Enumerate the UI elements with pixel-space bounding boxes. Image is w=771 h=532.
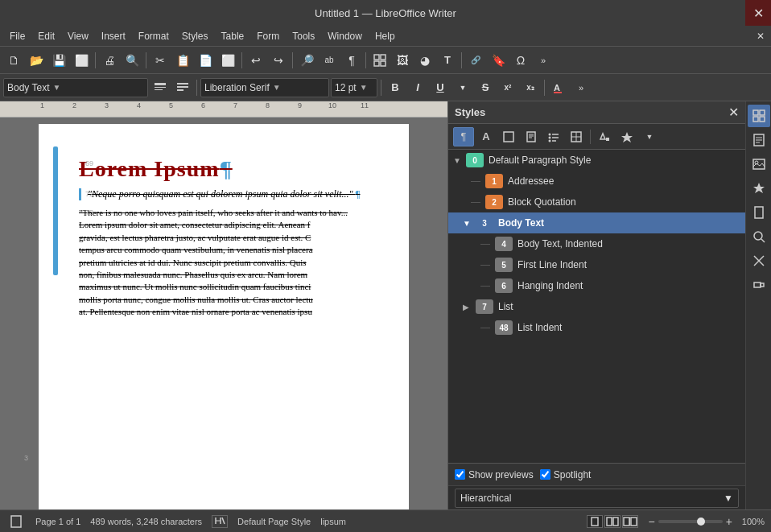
open-button[interactable]: 📂 — [26, 50, 47, 71]
style-item-bodytextindented[interactable]: 4 Body Text, Indented — [448, 233, 745, 254]
paste-special-button[interactable]: ⬜ — [217, 50, 238, 71]
fontwork-button[interactable]: T — [437, 50, 458, 71]
style-item-default[interactable]: ▼ 0 Default Paragraph Style — [448, 150, 745, 171]
menu-tools[interactable]: Tools — [286, 29, 321, 43]
paste-button[interactable]: 📄 — [195, 50, 216, 71]
window-close-button[interactable]: ✕ — [745, 0, 771, 26]
save-as-button[interactable]: ⬜ — [71, 50, 92, 71]
italic-button[interactable]: I — [407, 77, 428, 98]
page-thumbnail-button[interactable] — [6, 515, 26, 528]
style-item-blockquotation[interactable]: 2 Block Quotation — [448, 192, 745, 212]
show-previews-checkbox[interactable]: Show previews — [455, 469, 534, 480]
pilcrow-heading: ¶ — [220, 156, 233, 181]
body-paragraph[interactable]: "There is no one who loves pain itself, … — [79, 207, 369, 319]
style-item-firstlineindent[interactable]: 5 First Line Indent — [448, 254, 745, 275]
frame-styles-button[interactable] — [498, 127, 519, 146]
font-color-button[interactable]: A — [548, 77, 569, 98]
print-button[interactable]: 🖨 — [99, 50, 120, 71]
more-styles-button[interactable]: ▼ — [639, 127, 660, 146]
view-book-button[interactable] — [622, 515, 638, 528]
redo-button[interactable]: ↪ — [268, 50, 289, 71]
view-single-button[interactable] — [587, 515, 603, 528]
sidebar-styles-button[interactable] — [748, 129, 770, 151]
menu-table[interactable]: Table — [215, 29, 251, 43]
list-styles-button[interactable] — [543, 127, 564, 146]
insert-table-button[interactable] — [369, 50, 390, 71]
sidebar-extensions-button[interactable] — [748, 274, 770, 296]
view-multipage-button[interactable] — [604, 515, 621, 528]
sep-tb2-3 — [544, 80, 545, 96]
copy-button[interactable]: 📋 — [172, 50, 193, 71]
style-item-list[interactable]: ▶ 7 List — [448, 296, 745, 317]
sidebar-search-button[interactable] — [748, 225, 770, 248]
table-styles-button[interactable] — [566, 127, 587, 146]
subscript-button[interactable]: x₂ — [520, 77, 541, 98]
styles-list[interactable]: ▼ 0 Default Paragraph Style 1 Addressee … — [448, 150, 745, 463]
formatting-marks-button[interactable]: ¶ — [341, 50, 362, 71]
more-toolbar2[interactable]: » — [571, 77, 592, 98]
print-preview-button[interactable]: 🔍 — [122, 50, 142, 71]
styles-view-dropdown[interactable]: Hierarchical ▼ — [455, 489, 739, 508]
bookmark-button[interactable]: 🔖 — [488, 50, 509, 71]
zoom-plus-button[interactable]: + — [726, 515, 732, 528]
menubar-close-button[interactable]: ✕ — [750, 26, 771, 47]
more-toolbar1[interactable]: » — [533, 50, 554, 71]
underline-arrow[interactable]: ▼ — [452, 77, 473, 98]
font-size-dropdown[interactable]: 12 pt ▼ — [331, 78, 377, 97]
styles-panel-close-button[interactable]: ✕ — [728, 105, 739, 120]
sidebar-page-button[interactable] — [748, 201, 770, 224]
zoom-slider-thumb[interactable] — [697, 518, 705, 526]
page-styles-button[interactable] — [521, 127, 542, 146]
spotlight-checkbox[interactable]: Spotlight — [540, 469, 592, 480]
style-item-listindent[interactable]: 48 List Indent — [448, 317, 745, 338]
zoom-slider-track[interactable] — [658, 520, 723, 523]
menu-view[interactable]: View — [61, 29, 95, 43]
menu-styles[interactable]: Styles — [175, 29, 215, 43]
undo-button[interactable]: ↩ — [245, 50, 266, 71]
special-char-button[interactable]: Ω — [510, 50, 531, 71]
underline-button[interactable]: U — [430, 77, 451, 98]
paragraph-styles-button[interactable]: ¶ — [453, 127, 474, 146]
font-name-dropdown[interactable]: Liberation Serif ▼ — [200, 78, 329, 97]
find-replace-button[interactable]: ab — [319, 50, 340, 71]
superscript-button[interactable]: x² — [497, 77, 518, 98]
menu-insert[interactable]: Insert — [95, 29, 132, 43]
style-item-addressee[interactable]: 1 Addressee — [448, 171, 745, 192]
save-button[interactable]: 💾 — [48, 50, 69, 71]
blockquote-paragraph[interactable]: "Neque porro quisquam est qui dolorem ip… — [79, 188, 369, 200]
new-button[interactable]: 🗋 — [3, 50, 24, 71]
menu-help[interactable]: Help — [369, 29, 402, 43]
style-item-hangingindent[interactable]: 6 Hanging Indent — [448, 275, 745, 296]
language-indicator[interactable] — [212, 515, 228, 528]
show-previews-input[interactable] — [455, 469, 465, 480]
menu-edit[interactable]: Edit — [31, 29, 61, 43]
fill-format-button[interactable] — [594, 127, 615, 146]
sidebar-navigator-button[interactable] — [748, 177, 770, 200]
spotlight-input[interactable] — [540, 469, 550, 480]
cut-button[interactable]: ✂ — [150, 50, 171, 71]
sidebar-gallery-button[interactable] — [748, 153, 770, 175]
bold-button[interactable]: B — [385, 77, 406, 98]
styles-icon1[interactable] — [150, 77, 171, 98]
insert-image-button[interactable]: 🖼 — [392, 50, 413, 71]
sidebar-macro-button[interactable] — [748, 250, 770, 272]
sidebar-properties-button[interactable] — [748, 105, 770, 127]
menu-format[interactable]: Format — [132, 29, 175, 43]
zoom-minus-button[interactable]: − — [648, 515, 654, 528]
paragraph-style-dropdown[interactable]: Body Text ▼ — [3, 78, 148, 97]
insert-chart-button[interactable]: ◕ — [414, 50, 435, 71]
menu-file[interactable]: File — [3, 29, 31, 43]
heading-paragraph[interactable]: Lorem Ipsum¶ — [79, 156, 369, 182]
svg-rect-13 — [527, 132, 535, 142]
styles-icon2[interactable] — [172, 77, 193, 98]
strikethrough-button[interactable]: S — [475, 77, 496, 98]
hyperlink-button[interactable]: 🔗 — [465, 50, 486, 71]
menu-form[interactable]: Form — [250, 29, 286, 43]
character-styles-button[interactable]: A — [476, 127, 497, 146]
new-from-selection-button[interactable] — [616, 127, 637, 146]
style-item-bodytext[interactable]: ▼ 3 Body Text — [448, 212, 745, 233]
svg-point-21 — [549, 139, 551, 142]
document-scroll[interactable]: 69 Lorem Ipsum¶ 72 "Neque porro quisquam… — [0, 118, 447, 509]
menu-window[interactable]: Window — [321, 29, 369, 43]
find-button[interactable]: 🔎 — [296, 50, 317, 71]
